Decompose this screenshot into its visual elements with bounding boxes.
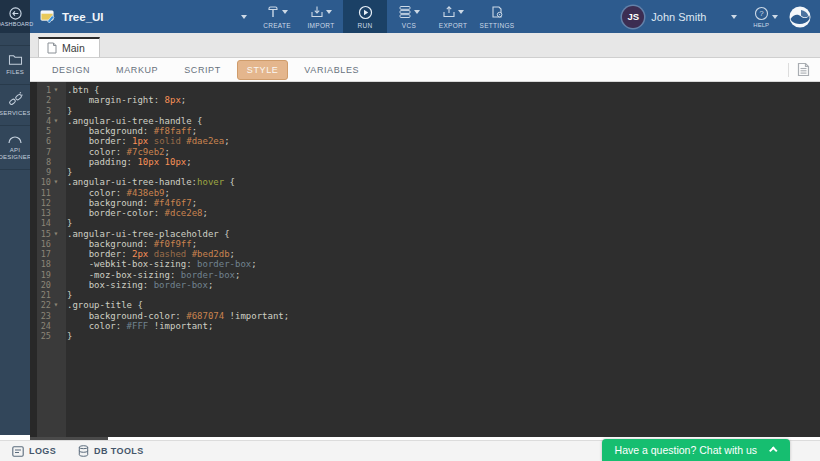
line-number: 1: [30, 85, 51, 95]
line-number: 24: [30, 321, 51, 331]
user-menu[interactable]: JS John Smith: [612, 0, 747, 33]
chat-label: Have a question? Chat with us: [615, 444, 757, 456]
line-number: 25: [30, 331, 51, 341]
project-icon: [40, 10, 55, 23]
dashboard-label: DASHBOARD: [0, 21, 33, 27]
code-line: 12 background: #f4f6f7;: [30, 198, 820, 208]
link-icon: [8, 92, 23, 107]
fold-toggle-icon[interactable]: ▾: [51, 177, 61, 187]
tab-markup[interactable]: MARKUP: [106, 60, 168, 80]
avatar: JS: [622, 6, 644, 28]
tab-style[interactable]: STYLE: [237, 60, 289, 80]
code-line: 10▾.angular-ui-tree-handle:hover {: [30, 177, 820, 187]
arc-icon: [7, 133, 23, 144]
vcs-stack-icon: [398, 5, 412, 19]
code-text: box-sizing: border-box;: [61, 280, 820, 290]
tab-design[interactable]: DESIGN: [42, 60, 100, 80]
code-text: padding: 10px 10px;: [61, 157, 820, 167]
create-button[interactable]: CREATE: [255, 0, 299, 33]
code-line: 23 background-color: #687074 !important;: [30, 311, 820, 321]
settings-label: SETTINGS: [480, 22, 515, 29]
fold-spacer: [51, 198, 61, 208]
settings-button[interactable]: SETTINGS: [475, 0, 519, 33]
code-line: 8 padding: 10px 10px;: [30, 157, 820, 167]
code-line: 9}: [30, 167, 820, 177]
code-line: 17 border: 2px dashed #bed2db;: [30, 249, 820, 259]
code-line: 6 border: 1px solid #dae2ea;: [30, 136, 820, 146]
fold-spacer: [51, 270, 61, 280]
fold-spacer: [51, 218, 61, 228]
vcs-label: VCS: [402, 22, 416, 29]
code-text: -webkit-box-sizing: border-box;: [61, 259, 820, 269]
line-number: 10: [30, 177, 51, 187]
help-label: HELP: [753, 22, 769, 28]
css-code-editor[interactable]: 1▾.btn {2 margin-right: 8px;3}4▾.angular…: [30, 82, 820, 437]
code-text: background: #f8faff;: [61, 126, 820, 136]
line-number: 5: [30, 126, 51, 136]
chevron-down-icon: [458, 10, 464, 14]
fold-toggle-icon[interactable]: ▾: [51, 300, 61, 310]
chevron-down-icon: [241, 15, 247, 19]
line-number: 13: [30, 208, 51, 218]
sidebar-item-files[interactable]: FILES: [0, 45, 30, 85]
files-label: FILES: [6, 69, 24, 76]
code-text: }: [61, 218, 820, 228]
logs-button[interactable]: LOGS: [12, 446, 56, 457]
fold-spacer: [51, 157, 61, 167]
fold-spacer: [51, 106, 61, 116]
database-icon: [78, 445, 89, 457]
left-sidebar: FILES SERVICES APIDESIGNER: [0, 33, 30, 435]
format-code-button[interactable]: [797, 62, 810, 77]
dashboard-back-icon: [9, 7, 22, 20]
fold-toggle-icon[interactable]: ▾: [51, 229, 61, 239]
code-text: background: #f0f9ff;: [61, 239, 820, 249]
line-number: 20: [30, 280, 51, 290]
code-line: 16 background: #f0f9ff;: [30, 239, 820, 249]
code-line: 5 background: #f8faff;: [30, 126, 820, 136]
api-designer-label: APIDESIGNER: [0, 147, 31, 161]
code-text: margin-right: 8px;: [61, 95, 820, 105]
code-text: .angular-ui-tree-handle:hover {: [61, 177, 820, 187]
fold-toggle-icon[interactable]: ▾: [51, 116, 61, 126]
code-text: color: #FFF !important;: [61, 321, 820, 331]
sidebar-item-services[interactable]: SERVICES: [0, 85, 30, 126]
db-tools-button[interactable]: DB TOOLS: [78, 445, 144, 457]
run-button[interactable]: RUN: [343, 0, 387, 33]
sidebar-item-api-designer[interactable]: APIDESIGNER: [0, 126, 30, 170]
line-number: 23: [30, 311, 51, 321]
create-label: CREATE: [263, 22, 291, 29]
line-number: 9: [30, 167, 51, 177]
dashboard-button[interactable]: DASHBOARD: [0, 0, 30, 33]
fold-spacer: [51, 208, 61, 218]
export-button[interactable]: EXPORT: [431, 0, 475, 33]
tab-script[interactable]: SCRIPT: [174, 60, 231, 80]
help-menu[interactable]: ? HELP: [747, 0, 784, 33]
code-text: background-color: #687074 !important;: [61, 311, 820, 321]
line-number: 3: [30, 106, 51, 116]
line-number: 6: [30, 136, 51, 146]
fold-spacer: [51, 249, 61, 259]
run-play-icon: [358, 5, 373, 20]
project-selector[interactable]: Tree_UI: [30, 0, 255, 33]
tab-main[interactable]: Main: [38, 37, 100, 57]
line-number: 7: [30, 147, 51, 157]
code-lines: 1▾.btn {2 margin-right: 8px;3}4▾.angular…: [30, 85, 820, 341]
chat-widget-button[interactable]: Have a question? Chat with us: [602, 439, 790, 461]
fold-spacer: [51, 95, 61, 105]
code-line: 7 color: #7c9eb2;: [30, 147, 820, 157]
vcs-button[interactable]: VCS: [387, 0, 431, 33]
import-button[interactable]: IMPORT: [299, 0, 343, 33]
code-text: .group-title {: [61, 300, 820, 310]
code-line: 1▾.btn {: [30, 85, 820, 95]
fold-spacer: [51, 259, 61, 269]
page-mode-tabs: DESIGN MARKUP SCRIPT STYLE VARIABLES: [30, 58, 820, 82]
fold-toggle-icon[interactable]: ▾: [51, 85, 61, 95]
code-line: 2 margin-right: 8px;: [30, 95, 820, 105]
chevron-down-icon: [414, 10, 420, 14]
fold-spacer: [51, 147, 61, 157]
brand-logo[interactable]: [784, 0, 820, 33]
chevron-down-icon: [282, 10, 288, 14]
code-text: color: #438eb9;: [61, 188, 820, 198]
tab-variables[interactable]: VARIABLES: [294, 60, 369, 80]
tab-main-label: Main: [62, 42, 85, 54]
